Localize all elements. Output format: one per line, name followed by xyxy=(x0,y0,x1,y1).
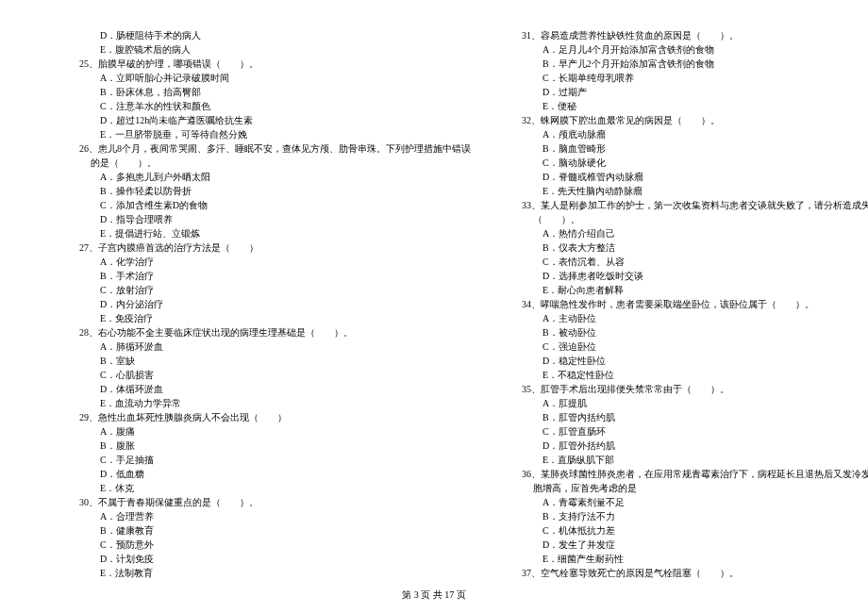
answer-option: E．耐心向患者解释 xyxy=(509,283,868,297)
answer-option: B．仪表大方整洁 xyxy=(509,240,868,255)
answer-option: A．肺循环淤血 xyxy=(66,340,471,354)
question-text: 34、哮喘急性发作时，患者需要采取端坐卧位，该卧位属于（ ）。 xyxy=(509,297,868,311)
answer-option: D．体循环淤血 xyxy=(66,382,471,396)
answer-option: B．卧床休息，抬高臀部 xyxy=(66,85,471,99)
answer-option: A．足月儿4个月开始添加富含铁剂的食物 xyxy=(509,42,868,57)
answer-option: C．机体抵抗力差 xyxy=(509,523,868,538)
page-footer: 第 3 页 共 17 页 xyxy=(0,588,868,602)
question-text: 32、蛛网膜下腔出血最常见的病因是（ ）。 xyxy=(509,113,868,127)
answer-option: B．手术治疗 xyxy=(66,269,471,283)
answer-option: C．手足抽搐 xyxy=(66,453,471,467)
question-text: 28、右心功能不全主要临床症状出现的病理生理基础是（ ）。 xyxy=(66,325,471,340)
answer-option: E．先天性脑内动静脉瘤 xyxy=(509,184,868,198)
answer-option: A．腹痛 xyxy=(66,424,471,439)
answer-option: E．提倡进行站、立锻炼 xyxy=(66,226,471,240)
question-text: 33、某人是刚参加工作的护士，第一次收集资料与患者交谈就失败了，请分析造成失败的… xyxy=(509,198,868,212)
question-text: 30、不属于青春期保健重点的是（ ）。 xyxy=(66,495,471,509)
answer-option: D．低血糖 xyxy=(66,467,471,481)
answer-option: C．添加含维生素D的食物 xyxy=(66,198,471,212)
question-text: 27、子宫内膜癌首选的治疗方法是（ ） xyxy=(66,240,471,255)
answer-option: E．休克 xyxy=(66,481,471,495)
question-text: 31、容易造成营养性缺铁性贫血的原因是（ ）。 xyxy=(509,28,868,42)
answer-option: A．合理营养 xyxy=(66,509,471,523)
answer-option: B．早产儿2个月开始添加富含铁剂的食物 xyxy=(509,57,868,71)
answer-option: A．化学治疗 xyxy=(66,255,471,269)
answer-option: D．选择患者吃饭时交谈 xyxy=(509,269,868,283)
question-text: 36、某肺炎球菌性肺炎患者，在应用常规青霉素治疗下，病程延长且退热后又发冷发热，… xyxy=(509,467,868,481)
answer-option: B．腹胀 xyxy=(66,439,471,453)
answer-option: E．细菌产生耐药性 xyxy=(509,552,868,566)
answer-option: C．放射治疗 xyxy=(66,283,471,297)
answer-option: B．脑血管畸形 xyxy=(509,141,868,156)
answer-option: A．主动卧位 xyxy=(509,311,868,325)
question-text: 的是（ ）。 xyxy=(66,156,471,170)
answer-option: D．内分泌治疗 xyxy=(66,297,471,311)
question-text: 26、患儿8个月，夜间常哭闹、多汗、睡眠不安，查体见方颅、肋骨串珠。下列护理措施… xyxy=(66,141,471,156)
question-text: 35、肛管手术后出现排便失禁常常由于（ ）。 xyxy=(509,382,868,396)
answer-option: A．青霉素剂量不足 xyxy=(509,495,868,509)
answer-option: C．强迫卧位 xyxy=(509,340,868,354)
answer-option: E．血流动力学异常 xyxy=(66,396,471,410)
answer-option: C．心肌损害 xyxy=(66,368,471,382)
answer-option: B．操作轻柔以防骨折 xyxy=(66,184,471,198)
right-column: 31、容易造成营养性缺铁性贫血的原因是（ ）。A．足月儿4个月开始添加富含铁剂的… xyxy=(509,28,868,580)
question-text: 29、急性出血坏死性胰腺炎病人不会出现（ ） xyxy=(66,410,471,424)
question-text: 25、胎膜早破的护理，哪项错误（ ）。 xyxy=(66,57,471,71)
answer-option: B．室缺 xyxy=(66,354,471,368)
answer-option: A．立即听胎心并记录破膜时间 xyxy=(66,71,471,85)
answer-option: A．颅底动脉瘤 xyxy=(509,127,868,141)
answer-option: E．便秘 xyxy=(509,99,868,113)
question-text: 胞增高，应首先考虑的是 xyxy=(509,481,868,495)
answer-option: D．过期产 xyxy=(509,85,868,99)
answer-option: D．肛管外括约肌 xyxy=(509,439,868,453)
answer-option: E．法制教育 xyxy=(66,566,471,580)
question-text: （ ）。 xyxy=(509,212,868,226)
answer-option: C．预防意外 xyxy=(66,538,471,552)
answer-option: E．一旦脐带脱垂，可等待自然分娩 xyxy=(66,127,471,141)
question-text: 37、空气栓塞导致死亡的原因是气栓阻塞（ ）。 xyxy=(509,566,868,580)
answer-option: D．稳定性卧位 xyxy=(509,354,868,368)
answer-option: A．热情介绍自己 xyxy=(509,226,868,240)
answer-option: B．支持疗法不力 xyxy=(509,509,868,523)
answer-option: D．超过12h尚未临产遵医嘱给抗生素 xyxy=(66,113,471,127)
answer-option: E．免疫治疗 xyxy=(66,311,471,325)
answer-option: B．健康教育 xyxy=(66,523,471,538)
answer-option: C．注意羊水的性状和颜色 xyxy=(66,99,471,113)
answer-option: C．表情沉着、从容 xyxy=(509,255,868,269)
answer-option: D．指导合理喂养 xyxy=(66,212,471,226)
answer-option: C．肛管直肠环 xyxy=(509,424,868,439)
answer-option: B．被动卧位 xyxy=(509,325,868,340)
answer-option: A．多抱患儿到户外晒太阳 xyxy=(66,170,471,184)
answer-option: E．不稳定性卧位 xyxy=(509,368,868,382)
answer-option: E．腹腔镜术后的病人 xyxy=(66,42,471,57)
answer-option: B．肛管内括约肌 xyxy=(509,410,868,424)
answer-option: C．长期单纯母乳喂养 xyxy=(509,71,868,85)
answer-option: D．计划免疫 xyxy=(66,552,471,566)
page-columns: D．肠梗阻待手术的病人E．腹腔镜术后的病人25、胎膜早破的护理，哪项错误（ ）。… xyxy=(66,28,802,580)
answer-option: D．肠梗阻待手术的病人 xyxy=(66,28,471,42)
answer-option: E．直肠纵肌下部 xyxy=(509,453,868,467)
answer-option: D．发生了并发症 xyxy=(509,538,868,552)
answer-option: C．脑动脉硬化 xyxy=(509,156,868,170)
left-column: D．肠梗阻待手术的病人E．腹腔镜术后的病人25、胎膜早破的护理，哪项错误（ ）。… xyxy=(66,28,471,580)
answer-option: D．脊髓或椎管内动脉瘤 xyxy=(509,170,868,184)
answer-option: A．肛提肌 xyxy=(509,396,868,410)
